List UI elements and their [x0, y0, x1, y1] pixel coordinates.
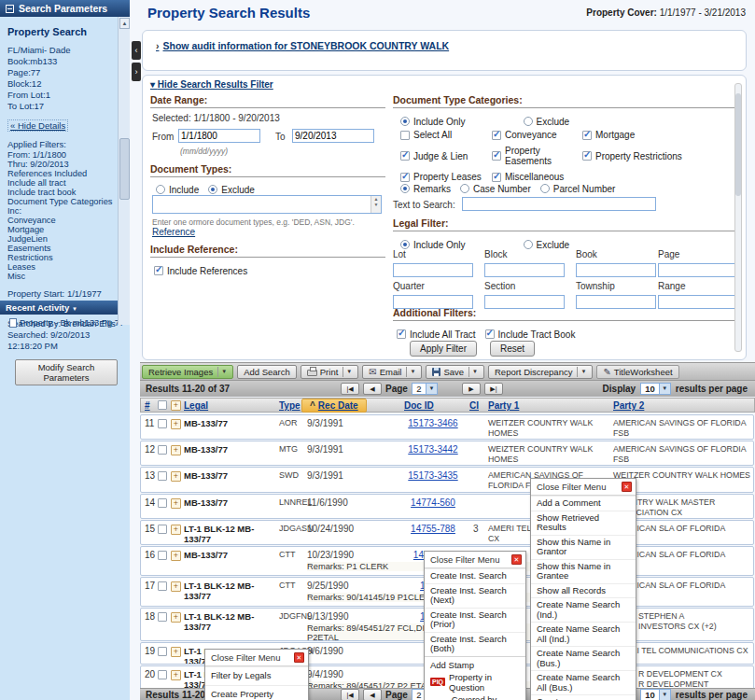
modify-search-parameters-button[interactable]: Modify Search Parameters [15, 359, 118, 385]
category-checkbox[interactable]: Conveyance [492, 130, 573, 140]
expand-right-icon[interactable]: › [132, 63, 141, 81]
radio-icon[interactable] [400, 240, 410, 249]
radio-icon[interactable] [400, 184, 410, 193]
checkbox-icon[interactable] [492, 151, 501, 161]
document-types-textarea[interactable]: ▲▼ [152, 195, 382, 214]
exclude-radio[interactable]: Exclude [524, 117, 570, 127]
checkbox-icon[interactable] [400, 151, 410, 161]
titleworksheet-button[interactable]: ✎TitleWorksheet [596, 365, 678, 379]
to-date-input[interactable] [292, 129, 374, 143]
row-checkbox[interactable] [158, 670, 167, 679]
row-checkbox[interactable] [158, 471, 167, 481]
reset-button[interactable]: Reset [490, 341, 535, 357]
exclude-radio[interactable]: Exclude [524, 240, 570, 250]
doc-id-link[interactable]: 15173-3435 [395, 470, 471, 481]
expand-plus-icon[interactable]: + [171, 445, 181, 455]
menu-header[interactable]: Close Filter Menu✕ [205, 650, 308, 666]
menu-item[interactable]: Create Inst. Search (Next) [425, 583, 525, 608]
row-checkbox[interactable] [158, 612, 167, 622]
col-number[interactable]: # [145, 400, 150, 411]
col-doc-id[interactable]: Doc ID [404, 400, 434, 411]
menu-item[interactable]: Create Inst. Search [425, 568, 525, 583]
report-discrepancy-button[interactable]: Report Discrepancy▼ [488, 365, 593, 379]
include-references-checkbox[interactable]: Include References [154, 262, 257, 279]
row-checkbox[interactable] [158, 525, 167, 534]
expand-plus-icon[interactable]: + [171, 419, 181, 429]
category-checkbox[interactable]: Mortgage [582, 130, 727, 140]
save-button[interactable]: Save▼ [426, 365, 484, 379]
select-all-checkbox[interactable] [158, 400, 167, 410]
add-search-button[interactable]: Add Search [237, 365, 297, 379]
doc-id-link[interactable]: 14774-560 [395, 497, 471, 508]
menu-item[interactable]: Create Name Search All (Bus.) [531, 670, 636, 694]
radio-icon[interactable] [460, 184, 469, 193]
additional-checkbox[interactable]: Include Tract Book [485, 329, 576, 340]
radio-icon[interactable] [156, 185, 165, 194]
menu-header[interactable]: Close Filter Menu✕ [425, 552, 525, 568]
doc-id-link[interactable]: 14755-788 [395, 524, 471, 534]
filter-panel-scrollbar[interactable] [734, 83, 742, 352]
legal-block-input[interactable] [484, 263, 565, 277]
chevron-down-icon[interactable]: ▼ [217, 367, 227, 377]
row-checkbox[interactable] [158, 419, 167, 428]
checkbox-icon[interactable] [397, 329, 406, 339]
expand-plus-icon[interactable]: + [171, 670, 181, 680]
category-checkbox[interactable]: Property Restrictions [582, 146, 727, 166]
expand-plus-icon[interactable]: + [171, 647, 181, 657]
menu-item[interactable]: Create Inst. Search (Prior) [425, 608, 525, 632]
prev-page-button[interactable]: ◀ [363, 689, 382, 700]
scroll-up-icon[interactable]: ▲ [119, 18, 130, 29]
additional-checkbox[interactable]: Include All Tract [397, 329, 476, 340]
col-party2[interactable]: Party 2 [613, 400, 644, 411]
text-to-search-input[interactable] [462, 197, 656, 211]
include-only-radio[interactable]: Include Only [400, 117, 466, 127]
chevron-down-icon[interactable]: ▼ [659, 690, 670, 700]
collapse-left-icon[interactable]: ‹ [132, 41, 141, 60]
checkbox-icon[interactable] [492, 131, 501, 140]
display-count-select[interactable]: 10▼ [640, 383, 671, 395]
legal-page-input[interactable] [658, 263, 738, 277]
menu-item[interactable]: Create Name Search (Ind.) [531, 597, 636, 622]
chevron-down-icon[interactable]: ▼ [577, 367, 586, 377]
row-checkbox[interactable] [158, 551, 167, 560]
chevron-down-icon[interactable]: ▼ [426, 384, 437, 394]
legal-book-input[interactable] [576, 263, 656, 277]
row-checkbox[interactable] [158, 647, 167, 656]
stamp-menu-item[interactable]: CBSCovered by Starter [425, 693, 525, 700]
menu-item[interactable]: Create Property Search [205, 685, 308, 700]
col-party1[interactable]: Party 1 [488, 400, 519, 411]
menu-item[interactable]: Show this Name in Grantor [531, 535, 636, 559]
col-rec-date-sorted[interactable]: ^Rec Date [301, 399, 367, 413]
menu-item[interactable]: Create Grantor/Grantee Search (Ind.) [531, 694, 636, 700]
menu-item[interactable]: Show Retrieved Results [531, 511, 636, 535]
menu-item[interactable]: Filter by Legals [205, 666, 308, 685]
checkbox-icon[interactable] [582, 151, 592, 161]
hide-filter-link[interactable]: ▾ Hide Search Results Filter [150, 79, 273, 90]
radio-icon[interactable] [524, 117, 533, 126]
text-search-radio[interactable]: Case Number [460, 184, 531, 194]
print-button[interactable]: Print▼ [301, 365, 359, 379]
checkbox-icon[interactable] [154, 266, 163, 275]
category-checkbox[interactable]: Judge & Lien [400, 146, 482, 166]
checkbox-icon[interactable] [485, 329, 495, 339]
first-page-button[interactable]: |◀ [341, 383, 359, 395]
first-page-button[interactable]: |◀ [341, 689, 359, 700]
prev-page-button[interactable]: ◀ [363, 383, 382, 395]
next-page-button[interactable]: ▶ [462, 383, 481, 395]
chevron-down-icon[interactable]: ▼ [659, 384, 670, 394]
close-icon[interactable]: ✕ [294, 652, 304, 663]
menu-item[interactable]: Show this Name in Grantee [531, 559, 636, 583]
email-button[interactable]: ✉Email▼ [362, 365, 422, 379]
radio-icon[interactable] [540, 184, 550, 193]
checkbox-icon[interactable] [400, 131, 410, 140]
legal-lot-input[interactable] [393, 263, 473, 277]
expand-all-plus-icon[interactable]: + [171, 400, 181, 411]
stamp-menu-item[interactable]: PIQProperty in Question [425, 671, 525, 693]
display-count-select[interactable]: 10▼ [640, 689, 671, 700]
radio-icon[interactable] [400, 117, 410, 126]
sidebar-scrollbar[interactable]: ▲ [118, 17, 130, 325]
doc-id-link[interactable]: 15173-3442 [395, 444, 471, 455]
menu-item[interactable]: Create Inst. Search (Both) [425, 632, 525, 656]
last-page-button[interactable]: ▶| [484, 383, 503, 395]
col-type[interactable]: Type [279, 400, 301, 411]
